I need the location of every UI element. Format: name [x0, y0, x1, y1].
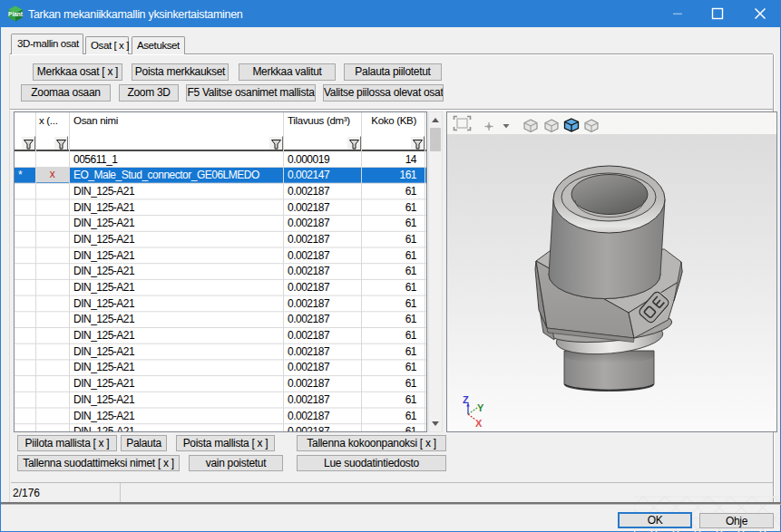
svg-text:X: X	[475, 418, 483, 429]
svg-text:Y: Y	[477, 402, 484, 413]
svg-text:Z: Z	[463, 394, 469, 405]
svg-text:Plant: Plant	[8, 11, 24, 17]
